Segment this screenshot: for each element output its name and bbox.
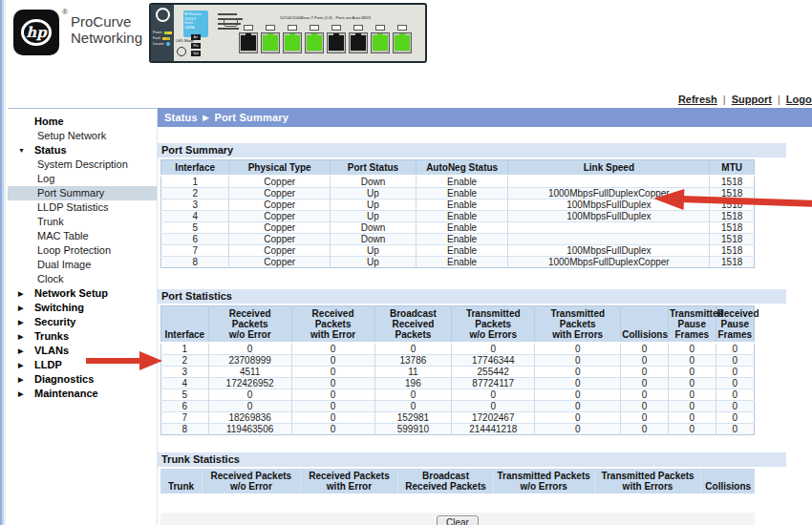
sidebar-item-trunk[interactable]: Trunk <box>8 215 157 229</box>
table-cell: 0 <box>621 367 669 378</box>
table-cell: 8 <box>161 424 209 435</box>
sidebar-item-home[interactable]: Home <box>8 115 157 129</box>
column-header: Interface <box>161 160 229 177</box>
table-cell: 13786 <box>374 355 452 367</box>
port-leds-row <box>239 25 412 53</box>
sidebar-item-log[interactable]: Log <box>8 172 157 186</box>
trunk-statistics-section-header: Trunk Statistics <box>158 452 786 467</box>
sidebar-item-label: Trunks <box>34 330 69 342</box>
sidebar-item-diagnostics[interactable]: ▶Diagnostics <box>8 372 157 387</box>
clear-button[interactable]: Clear <box>437 515 479 525</box>
table-cell: 214441218 <box>452 424 535 435</box>
led-mode-indicators: ActFDxSpd <box>191 34 201 59</box>
table-cell: 0 <box>621 401 669 412</box>
sidebar-item-label: Maintenance <box>34 388 98 399</box>
table-cell: 0 <box>668 367 716 378</box>
table-cell: Up <box>330 257 416 268</box>
sidebar-item-label: Dual Image <box>37 259 91 270</box>
table-cell: 0 <box>208 389 291 401</box>
chevron-right-icon: ▶ <box>18 286 23 301</box>
fault-led-icon <box>162 37 170 40</box>
mode-indicator-fdx: FDx <box>191 43 201 49</box>
port-summary-table: InterfacePhysical TypePort StatusAutoNeg… <box>160 159 755 268</box>
brand-line1: ProCurve <box>71 13 142 30</box>
support-link[interactable]: Support <box>732 94 772 105</box>
column-header: Received Packets w/o Error <box>203 469 301 494</box>
sidebar-item-vlans[interactable]: ▶VLANs <box>8 344 157 358</box>
switch-front-panel-image: PowerFaultLocator HP ProCurve1810G-8Swit… <box>149 3 427 63</box>
table-cell: 0 <box>535 389 621 401</box>
table-cell: 0 <box>621 343 669 355</box>
sidebar-item-system-description[interactable]: System Description <box>8 158 157 172</box>
brand-line2: Networking <box>71 30 142 46</box>
table-cell: Copper <box>229 200 331 211</box>
table-cell: 0 <box>452 389 535 401</box>
table-cell: 0 <box>535 401 621 412</box>
table-cell: 196 <box>374 378 452 389</box>
column-header: Transmitted Packets w/o Errors <box>452 306 535 344</box>
column-header: Transmitted Packets with Errors <box>594 469 701 494</box>
port-bezel <box>305 32 324 53</box>
chevron-down-icon: ▼ <box>18 143 25 158</box>
column-header: Broadcast Received Packets <box>374 306 452 344</box>
table-cell: 4511 <box>208 367 291 378</box>
sidebar-item-dual-image[interactable]: Dual Image <box>8 258 157 272</box>
column-header: MTU <box>710 160 755 177</box>
power-led: Power <box>153 31 174 34</box>
column-header: Collisions <box>621 306 669 344</box>
table-cell: Enable <box>417 188 508 200</box>
sidebar-item-setup-network[interactable]: Setup Network <box>8 129 157 143</box>
sidebar-item-label: Log <box>37 173 54 184</box>
sidebar-item-label: LLDP <box>34 359 62 370</box>
table-row: 500000000 <box>161 389 755 401</box>
table-cell: 0 <box>668 343 716 355</box>
page-body: HomeSetup Network▼StatusSystem Descripti… <box>6 108 812 525</box>
table-cell: 3 <box>161 367 209 378</box>
sidebar-item-trunks[interactable]: ▶Trunks <box>8 329 157 344</box>
sidebar-item-status[interactable]: ▼Status <box>8 143 157 158</box>
table-row: 41724269520196877241170000 <box>161 378 755 389</box>
table-cell: 5 <box>161 389 209 401</box>
table-cell: Enable <box>417 234 508 245</box>
table-cell: Up <box>330 211 416 222</box>
column-header: Broadcast Received Packets <box>398 469 494 494</box>
table-cell: Down <box>330 234 416 245</box>
sidebar-item-mac-table[interactable]: MAC Table <box>8 229 157 243</box>
column-header: Link Speed <box>508 160 710 177</box>
sidebar-item-label: System Description <box>37 158 128 170</box>
sidebar-item-security[interactable]: ▶Security <box>8 315 157 329</box>
sidebar-item-lldp-statistics[interactable]: LLDP Statistics <box>8 200 157 215</box>
refresh-link[interactable]: Refresh <box>678 94 717 105</box>
rj45-port-icon <box>263 35 278 51</box>
sidebar-item-lldp[interactable]: ▶LLDP <box>8 358 157 372</box>
rj45-port-icon <box>373 35 388 51</box>
sidebar-item-network-setup[interactable]: ▶Network Setup <box>8 286 157 301</box>
sidebar-item-maintenance[interactable]: ▶Maintenance <box>8 387 157 401</box>
logout-link[interactable]: Logout <box>786 94 812 105</box>
switch-port-2 <box>261 25 280 53</box>
sidebar-item-switching[interactable]: ▶Switching <box>8 301 157 315</box>
sidebar-item-port-summary[interactable]: Port Summary <box>8 186 157 200</box>
sidebar-item-label: Network Setup <box>34 287 108 299</box>
table-cell: 1000MbpsFullDuplexCopper <box>508 188 710 200</box>
table-cell: 1518 <box>710 222 755 234</box>
table-cell: 1518 <box>710 200 755 211</box>
sidebar-item-clock[interactable]: Clock <box>8 272 157 286</box>
sidebar-item-label: Port Summary <box>37 187 104 199</box>
table-cell: 0 <box>374 389 452 401</box>
sidebar-item-label: Trunk <box>37 216 64 227</box>
page-header: hp ® ProCurve Networking PowerFaultLocat… <box>6 0 812 108</box>
table-cell: 152981 <box>374 412 452 424</box>
sidebar-item-label: Diagnostics <box>34 373 94 385</box>
link-separator: | <box>778 94 780 105</box>
port-bezel <box>327 32 346 53</box>
sidebar-item-label: Loop Protection <box>37 244 111 256</box>
rj45-port-icon <box>307 35 322 51</box>
table-cell: 0 <box>621 412 669 424</box>
table-cell: 1518 <box>710 234 755 245</box>
sidebar-item-loop-protection[interactable]: Loop Protection <box>8 243 157 258</box>
column-header: Transmitted Packets with Errors <box>535 306 621 344</box>
table-cell: 100MbpsFullDuplex <box>508 200 710 211</box>
table-row: 100000000 <box>161 343 755 355</box>
table-cell: 0 <box>668 424 716 435</box>
